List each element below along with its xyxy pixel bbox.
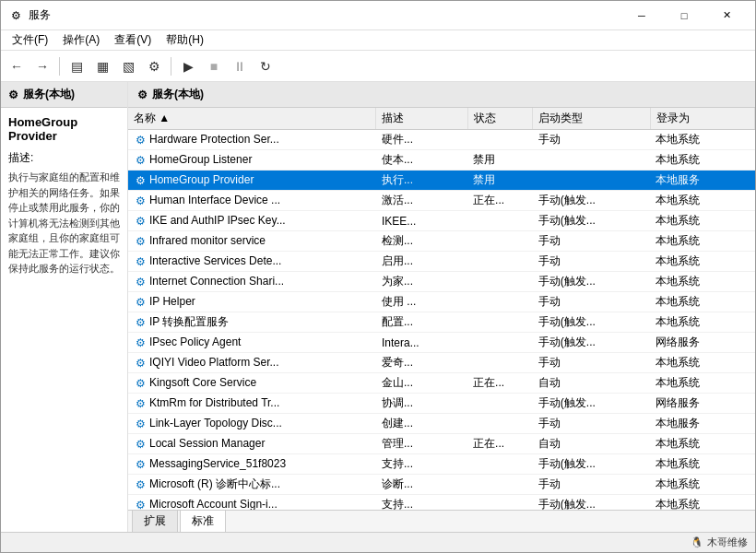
view-button-3[interactable]: ▧ <box>116 54 140 78</box>
table-row[interactable]: ⚙Local Session Manager管理...正在...自动本地系统 <box>128 434 755 454</box>
service-icon: ⚙ <box>134 357 147 370</box>
col-header-login[interactable]: 登录为 <box>650 108 754 130</box>
play-button[interactable]: ▶ <box>176 54 200 78</box>
service-desc: 启用... <box>376 252 467 272</box>
service-startup: 手动 <box>533 414 650 434</box>
col-header-status[interactable]: 状态 <box>467 108 533 130</box>
table-row[interactable]: ⚙Human Interface Device ...激活...正在...手动(… <box>128 191 755 211</box>
service-name: ⚙Interactive Services Dete... <box>128 252 376 272</box>
watermark: 🐧 木哥维修 <box>691 535 748 549</box>
service-status <box>467 231 533 252</box>
service-startup: 手动 <box>533 292 650 312</box>
menu-item-查看(V)[interactable]: 查看(V) <box>107 30 159 50</box>
close-button[interactable]: ✕ <box>705 1 748 30</box>
forward-button[interactable]: → <box>30 54 54 78</box>
table-row[interactable]: ⚙Kingsoft Core Service金山...正在...自动本地系统 <box>128 373 755 394</box>
service-startup: 手动 <box>533 252 650 272</box>
table-row[interactable]: ⚙IP Helper使用 ...手动本地系统 <box>128 292 755 312</box>
service-status: 禁用 <box>467 150 533 171</box>
tab-标准[interactable]: 标准 <box>180 510 226 532</box>
service-desc: 执行... <box>376 171 467 191</box>
table-row[interactable]: ⚙Interactive Services Dete...启用...手动本地系统 <box>128 252 755 272</box>
service-status <box>467 333 533 353</box>
service-name: ⚙Human Interface Device ... <box>128 191 376 211</box>
watermark-text: 木哥维修 <box>707 535 748 549</box>
window-controls: ─ □ ✕ <box>620 1 748 30</box>
service-icon: ⚙ <box>134 174 147 187</box>
toolbar-separator-2 <box>171 57 171 76</box>
service-desc: 为家... <box>376 272 467 292</box>
service-name: ⚙Kingsoft Core Service <box>128 373 376 394</box>
maximize-button[interactable]: □ <box>663 1 705 30</box>
minimize-button[interactable]: ─ <box>620 1 663 30</box>
table-row[interactable]: ⚙Hardware Protection Ser...硬件...手动本地系统 <box>128 130 755 150</box>
service-name: ⚙Link-Layer Topology Disc... <box>128 414 376 434</box>
table-row[interactable]: ⚙IPsec Policy AgentIntera...手动(触发...网络服务 <box>128 333 755 353</box>
service-name: ⚙IP 转换配置服务 <box>128 312 376 333</box>
menu-item-操作(A)[interactable]: 操作(A) <box>55 30 107 50</box>
service-icon: ⚙ <box>134 397 147 410</box>
table-row[interactable]: ⚙Link-Layer Topology Disc...创建...手动本地服务 <box>128 414 755 434</box>
table-row[interactable]: ⚙KtmRm for Distributed Tr...协调...手动(触发..… <box>128 394 755 414</box>
service-startup: 自动 <box>533 434 650 454</box>
pause-button[interactable]: ⏸ <box>228 54 252 78</box>
sidebar-header: ⚙ 服务(本地) <box>1 82 127 108</box>
refresh-button[interactable]: ↻ <box>254 54 278 78</box>
service-name: ⚙KtmRm for Distributed Tr... <box>128 394 376 414</box>
service-desc: 金山... <box>376 373 467 394</box>
right-header-icon: ⚙ <box>136 88 148 101</box>
back-button[interactable]: ← <box>5 54 29 78</box>
table-row[interactable]: ⚙Microsoft (R) 诊断中心标...诊断...手动本地系统 <box>128 475 755 495</box>
table-row[interactable]: ⚙Microsoft Account Sign-i...支持...手动(触发..… <box>128 495 755 511</box>
view-button-1[interactable]: ▤ <box>65 54 89 78</box>
table-row[interactable]: ⚙IP 转换配置服务配置...手动(触发...本地系统 <box>128 312 755 333</box>
service-icon: ⚙ <box>134 134 147 147</box>
sidebar-content: HomeGroup Provider 描述: 执行与家庭组的配置和维护相关的网络… <box>1 108 127 532</box>
table-row[interactable]: ⚙HomeGroup Listener使本...禁用本地系统 <box>128 150 755 171</box>
service-name: ⚙Infrared monitor service <box>128 231 376 252</box>
menu-bar: 文件(F)操作(A)查看(V)帮助(H) <box>1 30 755 51</box>
service-status: 正在... <box>467 434 533 454</box>
sidebar-service-title: HomeGroup Provider <box>8 115 120 143</box>
service-desc: 诊断... <box>376 475 467 495</box>
service-icon: ⚙ <box>134 316 147 329</box>
menu-item-文件(F)[interactable]: 文件(F) <box>5 30 55 50</box>
col-header-name[interactable]: 名称 ▲ <box>128 108 376 130</box>
table-row[interactable]: ⚙HomeGroup Provider执行...禁用本地服务 <box>128 171 755 191</box>
service-name: ⚙Hardware Protection Ser... <box>128 130 376 150</box>
bottom-tabs: 扩展标准 <box>128 510 755 532</box>
service-status <box>467 252 533 272</box>
service-status <box>467 394 533 414</box>
service-login: 网络服务 <box>650 394 754 414</box>
service-icon: ⚙ <box>134 276 147 288</box>
service-name: ⚙IQIYI Video Platform Ser... <box>128 353 376 373</box>
service-name: ⚙IPsec Policy Agent <box>128 333 376 353</box>
service-startup: 手动 <box>533 475 650 495</box>
menu-item-帮助(H)[interactable]: 帮助(H) <box>159 30 211 50</box>
service-startup: 手动 <box>533 130 650 150</box>
col-header-desc[interactable]: 描述 <box>376 108 467 130</box>
watermark-icon: 🐧 <box>691 536 703 548</box>
window-icon: ⚙ <box>8 8 23 23</box>
service-login: 本地系统 <box>650 292 754 312</box>
table-row[interactable]: ⚙Internet Connection Shari...为家...手动(触发.… <box>128 272 755 292</box>
stop-button[interactable]: ■ <box>202 54 226 78</box>
service-login: 本地系统 <box>650 373 754 394</box>
service-icon: ⚙ <box>134 458 147 471</box>
properties-button[interactable]: ⚙ <box>142 54 166 78</box>
service-login: 本地系统 <box>650 454 754 475</box>
table-row[interactable]: ⚙IKE and AuthIP IPsec Key...IKEE...手动(触发… <box>128 211 755 231</box>
col-header-startup[interactable]: 启动类型 <box>533 108 650 130</box>
view-button-2[interactable]: ▦ <box>90 54 114 78</box>
table-row[interactable]: ⚙Infrared monitor service检测...手动本地系统 <box>128 231 755 252</box>
service-login: 本地系统 <box>650 252 754 272</box>
service-login: 本地系统 <box>650 434 754 454</box>
service-login: 本地系统 <box>650 312 754 333</box>
service-table-container[interactable]: 名称 ▲ 描述 状态 启动类型 登录为 ⚙Hardware Protection… <box>128 108 755 510</box>
service-name: ⚙Internet Connection Shari... <box>128 272 376 292</box>
tab-扩展[interactable]: 扩展 <box>132 510 178 532</box>
table-row[interactable]: ⚙MessagingService_51f8023支持...手动(触发...本地… <box>128 454 755 475</box>
service-login: 本地服务 <box>650 414 754 434</box>
service-icon: ⚙ <box>134 194 147 207</box>
table-row[interactable]: ⚙IQIYI Video Platform Ser...爱奇...手动本地系统 <box>128 353 755 373</box>
